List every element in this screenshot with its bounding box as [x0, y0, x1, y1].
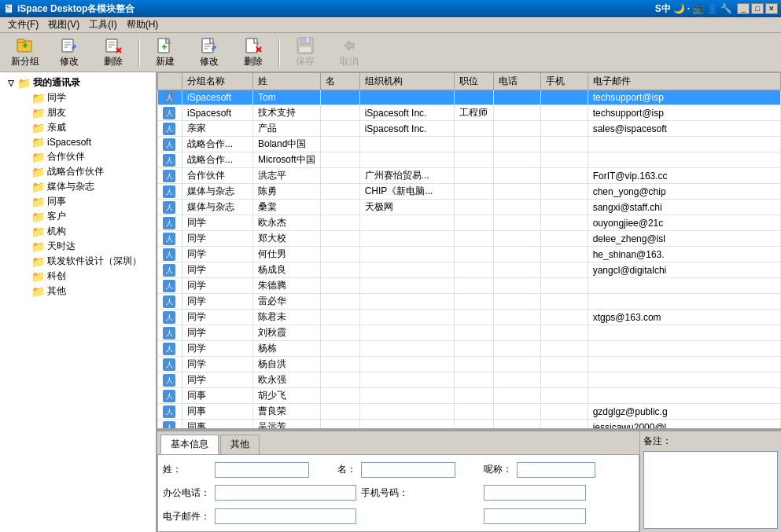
table-row[interactable]: 人合作伙伴洪志平广州赛怡贸易...ForIT@vip.163.cc [158, 168, 781, 184]
table-row[interactable]: 人同事吴远芳jessicawu2000@l [158, 420, 781, 431]
tree-item-kechuang[interactable]: 📁科创 [17, 269, 153, 284]
table-row[interactable]: 人战略合作...Microsoft中国 [158, 152, 781, 168]
tree-root-item[interactable]: ▽ 📁 我的通讯录 [3, 75, 153, 90]
menu-help[interactable]: 帮助(H) [122, 17, 164, 33]
tree-item-zhanlue[interactable]: 📁战略合作伙伴 [17, 164, 153, 179]
tree-item-qita[interactable]: 📁其他 [17, 284, 153, 299]
cell-6 [540, 325, 588, 341]
table-row[interactable]: 人同学欧永强 [158, 372, 781, 388]
tree-item-hehuo[interactable]: 📁合作伙伴 [17, 149, 153, 164]
table-row[interactable]: 人同事胡少飞 [158, 388, 781, 404]
tree-item-lianfa[interactable]: 📁联发软件设计（深圳） [17, 254, 153, 269]
placeholder-input[interactable] [484, 508, 586, 524]
table-row[interactable]: 人同学何仕男he_shinan@163. [158, 247, 781, 262]
tree-item-label: 亲威 [47, 121, 66, 134]
cell-2 [320, 152, 359, 168]
cell-0: 同学 [182, 325, 253, 341]
tree-item-qinqi[interactable]: 📁亲威 [17, 120, 153, 135]
table-row[interactable]: 人同学陈君未xtgps@163.com [158, 310, 781, 325]
tree-item-tianshida[interactable]: 📁天时达 [17, 239, 153, 254]
cell-3 [359, 215, 454, 231]
tab-other[interactable]: 其他 [220, 435, 260, 454]
system-tray: S中 🌙 · 📺 👤 🔧 [655, 2, 732, 16]
tree-item-label: 同事 [47, 195, 66, 208]
tree-item-kehu[interactable]: 📁客户 [17, 209, 153, 224]
cell-3 [359, 372, 454, 388]
table-row[interactable]: 人iSpacesoftTomtechsupport@isp [158, 90, 781, 105]
new-icon: + [156, 36, 175, 55]
tree-item-tonger[interactable]: 📁同事 [17, 194, 153, 209]
cell-7: yangcl@digitalchi [588, 262, 780, 278]
table-row[interactable]: 人同学郑大校delee_zheng@isl [158, 231, 781, 247]
table-row[interactable]: 人媒体与杂志陈勇CHIP《新电脑...chen_yong@chip [158, 184, 781, 200]
last-name-input[interactable] [215, 462, 309, 478]
table-row[interactable]: 人亲家产品iSpacesoft Inc.sales@ispacesoft [158, 121, 781, 137]
menu-view[interactable]: 视图(V) [43, 17, 84, 33]
table-row[interactable]: 人iSpacesoft技术支持iSpacesoft Inc.工程师techsup… [158, 105, 781, 121]
table-row[interactable]: 人同学杨栋 [158, 341, 781, 357]
modify-button[interactable]: 修改 [189, 36, 230, 69]
contact-table: 分组名称姓名组织机构职位电话手机电子邮件 人iSpacesoftTomtechs… [157, 72, 781, 430]
mobile-input[interactable] [484, 485, 586, 501]
window-controls: _ □ ✕ [737, 3, 778, 14]
delete2-button[interactable]: 删除 [233, 36, 274, 69]
tree-item-pengyou[interactable]: 📁朋友 [17, 105, 153, 120]
cell-7: sales@ispacesoft [588, 121, 780, 137]
cell-6 [540, 231, 588, 247]
menu-tools[interactable]: 工具(I) [84, 17, 121, 33]
cell-6 [540, 420, 588, 431]
cell-6 [540, 247, 588, 262]
maximize-button[interactable]: □ [751, 3, 764, 14]
cancel-icon [340, 36, 359, 55]
tree-item-tongxue[interactable]: 📁同学 [17, 90, 153, 105]
tree-item-jigou[interactable]: 📁机构 [17, 224, 153, 239]
new-group-button[interactable]: + 新分组 [5, 36, 46, 69]
cell-5 [493, 168, 540, 184]
cell-3: 天极网 [359, 200, 454, 215]
cell-3 [359, 262, 454, 278]
cell-0: 同学 [182, 262, 253, 278]
menu-file[interactable]: 文件(F) [3, 17, 43, 33]
nickname-input[interactable] [517, 462, 595, 478]
cell-6 [540, 184, 588, 200]
edit-button[interactable]: 修改 [49, 36, 90, 69]
tab-basic-info[interactable]: 基本信息 [160, 435, 219, 454]
folder-icon: 📁 [31, 122, 45, 134]
table-row[interactable]: 人同学杨自洪 [158, 357, 781, 372]
first-name-input[interactable] [361, 462, 455, 478]
root-expand-icon: ▽ [5, 79, 17, 87]
table-row[interactable]: 人同学雷必华 [158, 294, 781, 310]
close-button[interactable]: ✕ [765, 3, 778, 14]
cell-2 [320, 294, 359, 310]
table-row[interactable]: 人同学刘秋霞 [158, 325, 781, 341]
delete-button[interactable]: 删除 [93, 36, 134, 69]
contact-icon: 人 [163, 248, 175, 261]
email-input[interactable] [215, 508, 356, 524]
table-row[interactable]: 人媒体与杂志桑棠天极网sangxi@staff.chi [158, 200, 781, 215]
table-row[interactable]: 人同学朱德腾 [158, 278, 781, 294]
minimize-button[interactable]: _ [737, 3, 750, 14]
remark-textarea[interactable] [643, 451, 778, 529]
toolbar-separator-2 [278, 39, 280, 67]
cancel-button[interactable]: 取消 [329, 36, 370, 69]
table-row[interactable]: 人战略合作...Boland中国 [158, 137, 781, 152]
cell-5 [493, 247, 540, 262]
table-row[interactable]: 人同学杨成良yangcl@digitalchi [158, 262, 781, 278]
table-row[interactable]: 人同学欧永杰ouyongjiee@21c [158, 215, 781, 231]
cell-0: 合作伙伴 [182, 168, 253, 184]
table-row[interactable]: 人同事曹良荣gzdglgz@public.g [158, 404, 781, 420]
tree-item-meiti[interactable]: 📁媒体与杂志 [17, 179, 153, 194]
save-label: 保存 [296, 55, 315, 68]
mobile-label: 手机号码： [361, 486, 479, 500]
cell-4 [454, 294, 493, 310]
tree-item-ispacesoft[interactable]: 📁iSpacesoft [17, 135, 153, 149]
cell-0: 战略合作... [182, 137, 253, 152]
ime-indicator[interactable]: S中 [655, 2, 671, 16]
contact-icon: 人 [163, 374, 175, 387]
cell-2 [320, 310, 359, 325]
cell-2 [320, 200, 359, 215]
office-phone-input[interactable] [215, 485, 356, 501]
new-button[interactable]: + 新建 [145, 36, 186, 69]
save-button[interactable]: 保存 [285, 36, 326, 69]
modify-label: 修改 [200, 55, 219, 68]
